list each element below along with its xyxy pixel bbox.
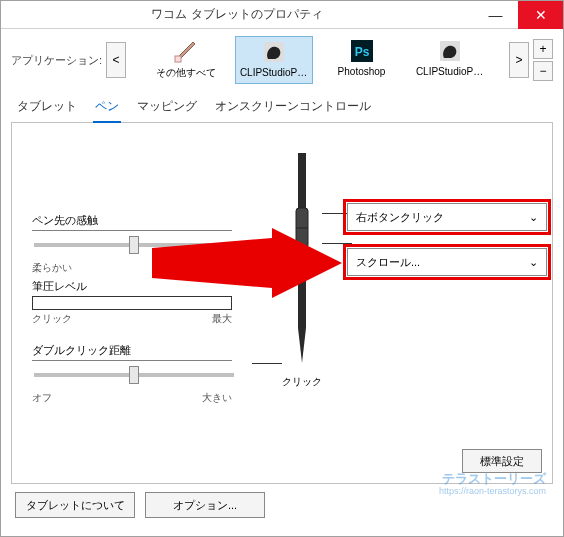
options-button[interactable]: オプション... xyxy=(145,492,265,518)
dropdown-value: スクロール... xyxy=(356,255,420,270)
window-buttons: — ✕ xyxy=(473,1,563,29)
pressure-click-label: クリック xyxy=(32,312,72,326)
chevron-down-icon: ⌄ xyxy=(529,256,538,269)
app-scroll-right[interactable]: > xyxy=(509,42,529,78)
default-settings-button[interactable]: 標準設定 xyxy=(462,449,542,473)
app-clipstudio-2[interactable]: CLIPStudioP… xyxy=(411,36,489,84)
svg-text:Ps: Ps xyxy=(354,45,369,59)
pen-tip-label: クリック xyxy=(282,375,322,389)
palette-icon xyxy=(173,38,199,64)
app-scroll-left[interactable]: < xyxy=(106,42,126,78)
tip-feel-hard-label: 硬い xyxy=(212,261,232,275)
pressure-bar xyxy=(32,296,232,310)
minimize-button[interactable]: — xyxy=(473,1,518,29)
svg-marker-8 xyxy=(298,328,306,363)
tip-feel-section: ペン先の感触 柔らかい 硬い 筆圧レベル クリック 最大 xyxy=(32,213,232,326)
application-row: アプリケーション: < その他すべて CLIPStudioP… xyxy=(11,34,553,90)
pen-panel: ペン先の感触 柔らかい 硬い 筆圧レベル クリック 最大 xyxy=(11,123,553,484)
content: アプリケーション: < その他すべて CLIPStudioP… xyxy=(1,29,563,536)
application-list: その他すべて CLIPStudioP… Ps Photoshop xyxy=(130,36,505,84)
window-title: ワコム タブレットのプロパティ xyxy=(1,6,473,23)
pen-button-upper-dropdown[interactable]: 右ボタンクリック ⌄ xyxy=(347,203,547,231)
about-tablet-button[interactable]: タブレットについて xyxy=(15,492,135,518)
close-button[interactable]: ✕ xyxy=(518,1,563,29)
double-click-slider[interactable] xyxy=(34,373,234,377)
pressure-max-label: 最大 xyxy=(212,312,232,326)
tab-pen[interactable]: ペン xyxy=(93,96,121,123)
app-other-all[interactable]: その他すべて xyxy=(147,36,225,84)
tip-feel-caption: ペン先の感触 xyxy=(32,213,232,231)
clipstudio-icon xyxy=(261,39,287,65)
app-label: その他すべて xyxy=(156,66,216,80)
pressure-box: 筆圧レベル クリック 最大 xyxy=(32,279,232,326)
pen-graphic: クリック xyxy=(272,153,332,403)
tip-feel-soft-label: 柔らかい xyxy=(32,261,72,275)
svg-rect-0 xyxy=(175,56,181,62)
app-label: Photoshop xyxy=(338,66,386,77)
main-tabs: タブレット ペン マッピング オンスクリーンコントロール xyxy=(11,90,553,123)
app-add-button[interactable]: + xyxy=(533,39,553,59)
dropdown-value: 右ボタンクリック xyxy=(356,210,444,225)
tab-onscreen-controls[interactable]: オンスクリーンコントロール xyxy=(213,96,373,122)
double-click-section: ダブルクリック距離 オフ 大きい xyxy=(32,343,232,405)
tab-mapping[interactable]: マッピング xyxy=(135,96,199,122)
app-clipstudio-1[interactable]: CLIPStudioP… xyxy=(235,36,313,84)
tab-tablet[interactable]: タブレット xyxy=(15,96,79,122)
app-add-remove: + − xyxy=(533,39,553,81)
pressure-label: 筆圧レベル xyxy=(32,279,232,294)
app-label: CLIPStudioP… xyxy=(240,67,307,78)
app-remove-button[interactable]: − xyxy=(533,61,553,81)
clipstudio-icon xyxy=(437,38,463,64)
chevron-down-icon: ⌄ xyxy=(529,211,538,224)
app-label: CLIPStudioP… xyxy=(416,66,483,77)
app-photoshop[interactable]: Ps Photoshop xyxy=(323,36,401,84)
titlebar: ワコム タブレットのプロパティ — ✕ xyxy=(1,1,563,29)
pen-button-lower-dropdown[interactable]: スクロール... ⌄ xyxy=(347,248,547,276)
window: ワコム タブレットのプロパティ — ✕ アプリケーション: < その他すべて xyxy=(0,0,564,537)
dblclick-large-label: 大きい xyxy=(202,391,232,405)
pen-icon xyxy=(287,153,317,373)
tip-feel-slider[interactable] xyxy=(34,243,234,247)
application-label: アプリケーション: xyxy=(11,53,102,68)
double-click-caption: ダブルクリック距離 xyxy=(32,343,232,361)
photoshop-icon: Ps xyxy=(349,38,375,64)
bottom-buttons: タブレットについて オプション... xyxy=(11,484,553,526)
dblclick-off-label: オフ xyxy=(32,391,52,405)
